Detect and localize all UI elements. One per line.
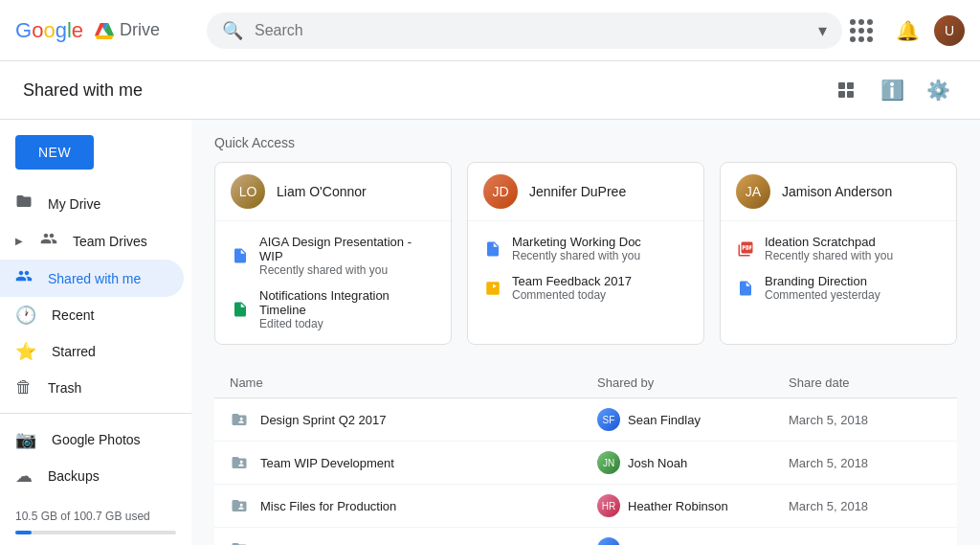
share-date: March 5, 2018	[789, 542, 942, 546]
shared-by-avatar: HR	[597, 494, 620, 517]
qa-file-item[interactable]: Marketing Working Doc Recently shared wi…	[468, 229, 703, 268]
shared-by-cell: HR Heather Robinson	[597, 494, 789, 517]
qa-file-sub: Commented today	[512, 288, 688, 302]
secondary-icons: ℹ️ ⚙️	[827, 71, 957, 109]
shared-by-avatar: JN	[597, 451, 620, 474]
qa-file-name: Branding Direction	[765, 274, 941, 288]
shared-by-cell: SF Sean Findlay	[597, 537, 789, 545]
file-name-cell: Team WIP Development	[230, 453, 597, 472]
shared-by-avatar: SF	[597, 408, 620, 431]
qa-file-item[interactable]: Team Feedback 2017 Commented today	[468, 268, 703, 307]
qa-file-name: Ideation Scratchpad	[765, 235, 941, 249]
qa-user-name: Liam O'Connor	[277, 184, 367, 199]
recent-icon: 🕐	[15, 305, 36, 326]
qa-file-item[interactable]: Ideation Scratchpad Recently shared with…	[721, 229, 956, 268]
settings-icon[interactable]: ⚙️	[919, 71, 957, 109]
secondary-bar: Shared with me ℹ️ ⚙️	[0, 61, 980, 120]
quick-access-title: Quick Access	[214, 135, 957, 150]
qa-file-item[interactable]: Branding Direction Commented yesterday	[721, 268, 956, 307]
table-row[interactable]: Design Sprint Q2 2017 SF Sean Findlay Ma…	[214, 398, 957, 442]
shared-icon	[15, 267, 33, 289]
qa-user-name: Jennifer DuPree	[529, 184, 626, 199]
search-input[interactable]	[255, 22, 807, 39]
file-list: Name Shared by Share date Design Sprint …	[214, 368, 957, 545]
new-button[interactable]: NEW	[15, 135, 94, 170]
layout: NEW My Drive ▶ Team Drives Shared with m…	[0, 120, 980, 545]
sidebar-item-shared[interactable]: Shared with me	[0, 260, 184, 297]
qa-file-item[interactable]: Notifications Integration Timeline Edite…	[215, 283, 451, 336]
team-drives-label: Team Drives	[73, 234, 147, 249]
notifications-icon[interactable]: 🔔	[888, 11, 926, 50]
qa-file-icon	[736, 239, 755, 259]
file-icon	[230, 410, 249, 429]
table-row[interactable]: Team WIP Development JN Josh Noah March …	[214, 442, 957, 485]
sidebar-item-trash[interactable]: 🗑 Trash	[0, 370, 184, 405]
svg-rect-2	[838, 91, 845, 98]
topbar-right: 🔔 U	[842, 11, 965, 50]
photos-icon: 📷	[15, 429, 36, 450]
drive-label: Drive	[120, 20, 160, 40]
page-title: Shared with me	[23, 80, 143, 101]
file-name: Team WIP Development	[260, 456, 394, 470]
svg-rect-4	[237, 310, 240, 311]
qa-file-name: Notifications Integration Timeline	[259, 288, 435, 317]
col-shared-by: Shared by	[597, 375, 789, 390]
quick-access-card[interactable]: JA Jamison Anderson Ideation Scratchpad …	[720, 162, 957, 345]
photos-label: Google Photos	[52, 432, 141, 447]
shared-by-cell: JN Josh Noah	[597, 451, 789, 474]
share-date: March 5, 2018	[789, 413, 942, 427]
qa-file-name: AIGA Design Presentation - WIP	[259, 235, 435, 263]
table-row[interactable]: General Moodboard SF Sean Findlay March …	[214, 528, 957, 545]
svg-rect-0	[838, 82, 845, 89]
my-drive-icon	[15, 193, 33, 215]
qa-user-avatar: LO	[231, 174, 265, 209]
qa-file-sub: Recently shared with you	[512, 249, 688, 262]
google-logo-text: Google	[15, 18, 83, 43]
starred-icon: ⭐	[15, 341, 36, 362]
storage-info: 10.5 GB of 100.7 GB used	[0, 494, 191, 545]
main-content: Quick Access LO Liam O'Connor AIGA Desig…	[191, 120, 980, 545]
quick-access-grid: LO Liam O'Connor AIGA Design Presentatio…	[214, 162, 957, 345]
sidebar-item-my-drive[interactable]: My Drive	[0, 185, 184, 222]
trash-icon: 🗑	[15, 377, 33, 397]
shared-by-name: Josh Noah	[628, 456, 687, 470]
storage-bar-fill	[15, 531, 32, 534]
storage-bar	[15, 531, 176, 534]
storage-text: 10.5 GB of 100.7 GB used	[15, 510, 176, 523]
svg-rect-3	[847, 91, 854, 98]
grid-view-icon[interactable]	[827, 71, 865, 109]
sidebar-item-starred[interactable]: ⭐ Starred	[0, 333, 184, 370]
quick-access-card[interactable]: LO Liam O'Connor AIGA Design Presentatio…	[214, 162, 452, 345]
sidebar-divider	[0, 413, 191, 414]
sidebar-item-team-drives[interactable]: ▶ Team Drives	[0, 222, 184, 260]
qa-file-item[interactable]: AIGA Design Presentation - WIP Recently …	[215, 229, 451, 283]
qa-card-header: JD Jennifer DuPree	[468, 163, 703, 221]
search-bar[interactable]: 🔍 ▾	[207, 12, 842, 49]
file-rows: Design Sprint Q2 2017 SF Sean Findlay Ma…	[214, 398, 957, 545]
drive-logo-icon	[93, 19, 116, 42]
qa-file-icon	[483, 279, 502, 298]
qa-file-sub: Edited today	[259, 317, 435, 330]
qa-files-list: Marketing Working Doc Recently shared wi…	[468, 221, 703, 315]
apps-icon[interactable]	[842, 11, 880, 50]
quick-access-card[interactable]: JD Jennifer DuPree Marketing Working Doc…	[467, 162, 704, 345]
sidebar-item-backups[interactable]: ☁ Backups	[0, 458, 184, 494]
qa-file-icon	[231, 300, 250, 319]
file-name: General Moodboard	[260, 542, 371, 546]
team-drives-expand-icon: ▶	[15, 236, 23, 246]
qa-file-sub: Recently shared with you	[259, 263, 435, 277]
qa-user-avatar: JD	[483, 174, 518, 209]
search-dropdown-icon[interactable]: ▾	[818, 20, 827, 41]
recent-label: Recent	[52, 307, 94, 323]
qa-card-header: LO Liam O'Connor	[215, 163, 451, 221]
shared-by-name: Sean Findlay	[628, 542, 701, 546]
file-name-cell: General Moodboard	[230, 539, 597, 545]
table-row[interactable]: Misc Files for Production HR Heather Rob…	[214, 485, 957, 528]
sidebar-item-photos[interactable]: 📷 Google Photos	[0, 421, 184, 458]
info-icon[interactable]: ℹ️	[873, 71, 911, 109]
search-icon: 🔍	[222, 20, 243, 41]
logo: Google Drive	[15, 18, 207, 43]
sidebar-item-recent[interactable]: 🕐 Recent	[0, 297, 184, 333]
user-avatar[interactable]: U	[934, 15, 965, 46]
shared-label: Shared with me	[48, 271, 141, 286]
